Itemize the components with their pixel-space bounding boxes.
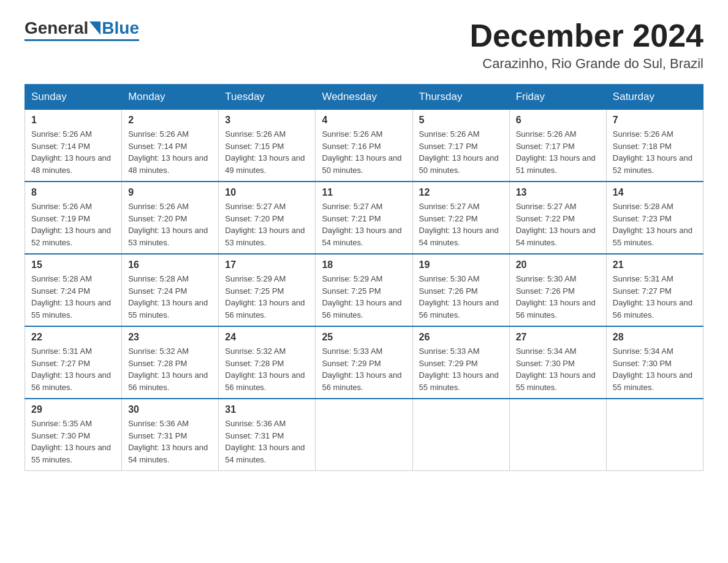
- day-number: 20: [516, 259, 600, 270]
- day-info: Sunrise: 5:30 AM Sunset: 7:26 PM Dayligh…: [419, 273, 503, 321]
- calendar-cell: 19 Sunrise: 5:30 AM Sunset: 7:26 PM Dayl…: [412, 254, 509, 326]
- logo-general-text: General: [25, 18, 88, 38]
- day-info: Sunrise: 5:28 AM Sunset: 7:24 PM Dayligh…: [128, 273, 212, 321]
- day-info: Sunrise: 5:31 AM Sunset: 7:27 PM Dayligh…: [31, 345, 115, 393]
- calendar-cell: 28 Sunrise: 5:34 AM Sunset: 7:30 PM Dayl…: [606, 326, 703, 399]
- day-number: 27: [516, 332, 600, 343]
- day-info: Sunrise: 5:29 AM Sunset: 7:25 PM Dayligh…: [225, 273, 309, 321]
- day-info: Sunrise: 5:27 AM Sunset: 7:22 PM Dayligh…: [516, 201, 600, 248]
- day-info: Sunrise: 5:27 AM Sunset: 7:20 PM Dayligh…: [225, 201, 309, 248]
- day-number: 1: [31, 115, 115, 126]
- month-title: December 2024: [469, 18, 703, 53]
- logo-arrow-icon: [89, 21, 100, 35]
- header-thursday: Thursday: [412, 85, 509, 110]
- day-info: Sunrise: 5:35 AM Sunset: 7:30 PM Dayligh…: [31, 418, 115, 465]
- day-info: Sunrise: 5:26 AM Sunset: 7:19 PM Dayligh…: [31, 201, 115, 248]
- day-info: Sunrise: 5:34 AM Sunset: 7:30 PM Dayligh…: [516, 345, 600, 393]
- day-number: 9: [128, 187, 212, 198]
- day-info: Sunrise: 5:30 AM Sunset: 7:26 PM Dayligh…: [516, 273, 600, 321]
- day-number: 22: [31, 332, 115, 343]
- day-info: Sunrise: 5:36 AM Sunset: 7:31 PM Dayligh…: [225, 418, 309, 465]
- day-number: 4: [322, 115, 406, 126]
- calendar-cell: 21 Sunrise: 5:31 AM Sunset: 7:27 PM Dayl…: [606, 254, 703, 326]
- day-info: Sunrise: 5:26 AM Sunset: 7:17 PM Dayligh…: [516, 128, 600, 176]
- calendar-cell: [606, 399, 703, 471]
- calendar-cell: 7 Sunrise: 5:26 AM Sunset: 7:18 PM Dayli…: [606, 110, 703, 182]
- day-info: Sunrise: 5:26 AM Sunset: 7:15 PM Dayligh…: [225, 128, 309, 176]
- day-number: 6: [516, 115, 600, 126]
- logo-blue-text: Blue: [102, 18, 139, 38]
- calendar-table: SundayMondayTuesdayWednesdayThursdayFrid…: [25, 84, 703, 471]
- calendar-cell: 29 Sunrise: 5:35 AM Sunset: 7:30 PM Dayl…: [25, 399, 122, 471]
- calendar-week-row: 8 Sunrise: 5:26 AM Sunset: 7:19 PM Dayli…: [25, 182, 703, 254]
- day-number: 8: [31, 187, 115, 198]
- day-info: Sunrise: 5:33 AM Sunset: 7:29 PM Dayligh…: [419, 345, 503, 393]
- logo-underline: [25, 39, 139, 41]
- day-info: Sunrise: 5:33 AM Sunset: 7:29 PM Dayligh…: [322, 345, 406, 393]
- day-number: 30: [128, 404, 212, 415]
- calendar-cell: 11 Sunrise: 5:27 AM Sunset: 7:21 PM Dayl…: [316, 182, 412, 254]
- day-info: Sunrise: 5:26 AM Sunset: 7:20 PM Dayligh…: [128, 201, 212, 248]
- calendar-cell: 25 Sunrise: 5:33 AM Sunset: 7:29 PM Dayl…: [316, 326, 412, 399]
- header-saturday: Saturday: [606, 85, 703, 110]
- day-info: Sunrise: 5:27 AM Sunset: 7:22 PM Dayligh…: [419, 201, 503, 248]
- calendar-cell: [412, 399, 509, 471]
- header-friday: Friday: [509, 85, 606, 110]
- day-number: 15: [31, 259, 115, 270]
- day-info: Sunrise: 5:28 AM Sunset: 7:24 PM Dayligh…: [31, 273, 115, 321]
- day-number: 25: [322, 332, 406, 343]
- day-number: 16: [128, 259, 212, 270]
- calendar-cell: 4 Sunrise: 5:26 AM Sunset: 7:16 PM Dayli…: [316, 110, 412, 182]
- calendar-header-row: SundayMondayTuesdayWednesdayThursdayFrid…: [25, 85, 703, 110]
- day-number: 17: [225, 259, 309, 270]
- day-info: Sunrise: 5:31 AM Sunset: 7:27 PM Dayligh…: [613, 273, 697, 321]
- logo: General Blue: [25, 18, 139, 41]
- calendar-cell: 14 Sunrise: 5:28 AM Sunset: 7:23 PM Dayl…: [606, 182, 703, 254]
- header-tuesday: Tuesday: [219, 85, 316, 110]
- day-info: Sunrise: 5:32 AM Sunset: 7:28 PM Dayligh…: [128, 345, 212, 393]
- day-number: 28: [613, 332, 697, 343]
- calendar-cell: 24 Sunrise: 5:32 AM Sunset: 7:28 PM Dayl…: [219, 326, 316, 399]
- calendar-cell: 1 Sunrise: 5:26 AM Sunset: 7:14 PM Dayli…: [25, 110, 122, 182]
- calendar-cell: 22 Sunrise: 5:31 AM Sunset: 7:27 PM Dayl…: [25, 326, 122, 399]
- day-number: 7: [613, 115, 697, 126]
- location-text: Carazinho, Rio Grande do Sul, Brazil: [469, 56, 703, 72]
- day-info: Sunrise: 5:26 AM Sunset: 7:18 PM Dayligh…: [613, 128, 697, 176]
- day-number: 13: [516, 187, 600, 198]
- calendar-cell: 30 Sunrise: 5:36 AM Sunset: 7:31 PM Dayl…: [122, 399, 219, 471]
- calendar-cell: 18 Sunrise: 5:29 AM Sunset: 7:25 PM Dayl…: [316, 254, 412, 326]
- header-wednesday: Wednesday: [316, 85, 412, 110]
- calendar-week-row: 1 Sunrise: 5:26 AM Sunset: 7:14 PM Dayli…: [25, 110, 703, 182]
- calendar-cell: 8 Sunrise: 5:26 AM Sunset: 7:19 PM Dayli…: [25, 182, 122, 254]
- day-number: 19: [419, 259, 503, 270]
- calendar-cell: 5 Sunrise: 5:26 AM Sunset: 7:17 PM Dayli…: [412, 110, 509, 182]
- day-number: 3: [225, 115, 309, 126]
- calendar-cell: 27 Sunrise: 5:34 AM Sunset: 7:30 PM Dayl…: [509, 326, 606, 399]
- day-number: 29: [31, 404, 115, 415]
- day-info: Sunrise: 5:34 AM Sunset: 7:30 PM Dayligh…: [613, 345, 697, 393]
- calendar-cell: 26 Sunrise: 5:33 AM Sunset: 7:29 PM Dayl…: [412, 326, 509, 399]
- calendar-cell: [509, 399, 606, 471]
- calendar-cell: 10 Sunrise: 5:27 AM Sunset: 7:20 PM Dayl…: [219, 182, 316, 254]
- day-info: Sunrise: 5:29 AM Sunset: 7:25 PM Dayligh…: [322, 273, 406, 321]
- day-number: 14: [613, 187, 697, 198]
- calendar-cell: 17 Sunrise: 5:29 AM Sunset: 7:25 PM Dayl…: [219, 254, 316, 326]
- calendar-cell: 9 Sunrise: 5:26 AM Sunset: 7:20 PM Dayli…: [122, 182, 219, 254]
- day-number: 23: [128, 332, 212, 343]
- page-header: General Blue December 2024 Carazinho, Ri…: [25, 18, 703, 72]
- day-number: 12: [419, 187, 503, 198]
- calendar-cell: 15 Sunrise: 5:28 AM Sunset: 7:24 PM Dayl…: [25, 254, 122, 326]
- calendar-cell: 20 Sunrise: 5:30 AM Sunset: 7:26 PM Dayl…: [509, 254, 606, 326]
- day-number: 5: [419, 115, 503, 126]
- calendar-cell: 3 Sunrise: 5:26 AM Sunset: 7:15 PM Dayli…: [219, 110, 316, 182]
- calendar-cell: 23 Sunrise: 5:32 AM Sunset: 7:28 PM Dayl…: [122, 326, 219, 399]
- calendar-cell: 31 Sunrise: 5:36 AM Sunset: 7:31 PM Dayl…: [219, 399, 316, 471]
- calendar-cell: 12 Sunrise: 5:27 AM Sunset: 7:22 PM Dayl…: [412, 182, 509, 254]
- calendar-cell: 2 Sunrise: 5:26 AM Sunset: 7:14 PM Dayli…: [122, 110, 219, 182]
- day-number: 26: [419, 332, 503, 343]
- day-number: 24: [225, 332, 309, 343]
- day-info: Sunrise: 5:28 AM Sunset: 7:23 PM Dayligh…: [613, 201, 697, 248]
- day-info: Sunrise: 5:27 AM Sunset: 7:21 PM Dayligh…: [322, 201, 406, 248]
- header-monday: Monday: [122, 85, 219, 110]
- day-info: Sunrise: 5:26 AM Sunset: 7:16 PM Dayligh…: [322, 128, 406, 176]
